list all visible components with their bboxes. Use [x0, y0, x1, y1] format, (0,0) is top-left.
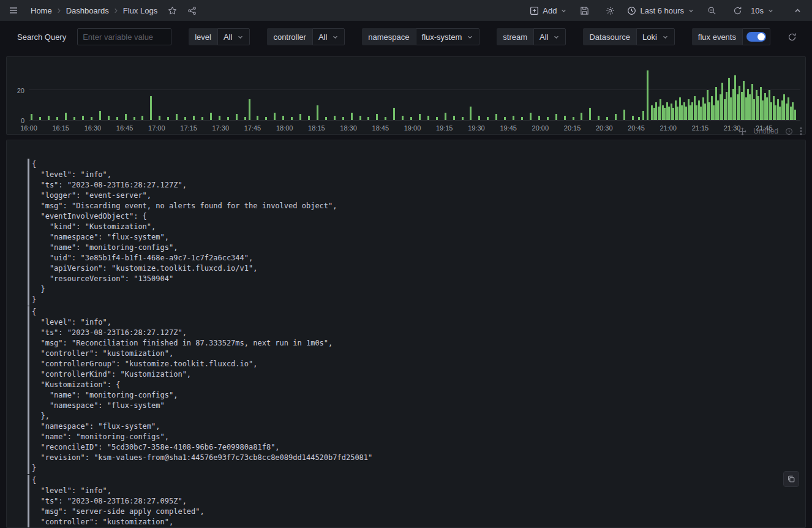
x-axis-tick-label: 16:45 — [116, 124, 133, 132]
chevron-up-icon — [794, 7, 802, 15]
chart-bar — [615, 114, 617, 120]
breadcrumb-current-dashboard[interactable]: Flux Logs — [123, 6, 157, 15]
chevron-down-icon — [560, 7, 567, 14]
x-axis-tick-label: 17:00 — [148, 124, 165, 132]
refresh-dashboard-button[interactable] — [729, 2, 746, 19]
x-axis-tick-label: 17:30 — [212, 124, 229, 132]
x-axis-tick-label: 16:00 — [20, 124, 37, 132]
hamburger-icon — [9, 6, 18, 15]
log-row[interactable]: { "level": "info", "ts": "2023-08-23T16:… — [28, 475, 791, 528]
copy-log-line-button[interactable] — [783, 471, 799, 487]
datasource-dropdown[interactable]: Loki — [636, 28, 675, 45]
chevron-right-icon — [113, 7, 119, 14]
log-line: "msg": "Reconciliation finished in 87.33… — [32, 338, 791, 349]
save-dashboard-button[interactable] — [576, 2, 593, 19]
x-axis-tick-label: 19:00 — [404, 124, 421, 132]
chart-bar — [274, 113, 276, 120]
namespace-dropdown[interactable]: flux-system — [416, 28, 480, 45]
log-line: "uid": "3e85b1f4-b1f1-468e-a9c7-1c7f2a6c… — [32, 253, 791, 263]
log-line: } — [32, 284, 791, 295]
breadcrumb-dashboards[interactable]: Dashboards — [66, 6, 109, 15]
chart-bar — [342, 117, 344, 120]
chart-bar — [48, 116, 50, 120]
chart-x-axis: 16:0016:1516:3016:4517:0017:1517:3017:45… — [29, 121, 800, 133]
zoom-out-icon — [707, 6, 716, 15]
log-line: "level": "info", — [32, 317, 791, 328]
chevron-down-icon — [553, 34, 560, 40]
x-axis-tick-label: 21:00 — [660, 124, 677, 132]
level-dropdown[interactable]: All — [217, 28, 250, 45]
chevron-down-icon — [467, 34, 473, 40]
panel-time-info-icon[interactable] — [785, 127, 793, 135]
chart-bar — [513, 116, 514, 120]
chart-bar — [91, 117, 92, 120]
drag-panel-icon[interactable] — [739, 127, 746, 135]
chart-bar — [193, 116, 195, 120]
breadcrumb-home[interactable]: Home — [31, 6, 52, 15]
refresh-interval-picker[interactable]: 10s — [751, 2, 774, 19]
chart-bar — [210, 113, 212, 120]
chevron-down-icon — [767, 7, 774, 14]
namespace-value: flux-system — [422, 32, 462, 42]
chart-bar — [73, 117, 75, 120]
clock-icon — [627, 6, 636, 15]
search-query-input[interactable] — [77, 28, 171, 45]
controller-dropdown[interactable]: All — [312, 28, 345, 45]
menu-toggle-button[interactable] — [5, 2, 22, 19]
log-line: "ts": "2023-08-23T16:28:27.127Z", — [32, 328, 791, 338]
collapse-toolbar-button[interactable] — [789, 2, 806, 19]
chart-bar — [99, 111, 101, 120]
stream-label: stream — [497, 28, 533, 45]
refresh-variables-button[interactable] — [784, 28, 801, 45]
controller-label: controller — [267, 28, 312, 45]
dashboard-settings-button[interactable] — [601, 2, 618, 19]
chart-bar — [351, 113, 353, 120]
time-range-label: Last 6 hours — [640, 6, 684, 15]
chart-bar — [555, 114, 557, 120]
log-row[interactable]: { "level": "info", "ts": "2023-08-23T16:… — [28, 159, 791, 306]
top-navigation-bar: Home Dashboards Flux Logs Add — [0, 0, 812, 21]
chart-bar — [334, 116, 336, 120]
chart-bar — [31, 114, 32, 120]
chart-bar — [638, 117, 640, 120]
log-line: "logger": "event-server", — [32, 190, 791, 201]
x-axis-tick-label: 18:45 — [372, 124, 389, 132]
time-range-picker[interactable]: Last 6 hours — [627, 2, 694, 19]
chart-bar — [564, 116, 566, 120]
log-line: "name": "monitoring-configs", — [32, 432, 791, 442]
stream-value: All — [539, 32, 548, 42]
chart-bar — [623, 110, 625, 120]
chart-bar — [227, 117, 229, 120]
add-panel-button[interactable]: Add — [530, 2, 567, 19]
zoom-out-time-button[interactable] — [703, 2, 720, 19]
log-volume-panel: 020 16:0016:1516:3016:4517:0017:1517:301… — [6, 56, 806, 135]
save-icon — [580, 6, 589, 15]
favorite-dashboard-button[interactable] — [164, 2, 181, 19]
x-axis-tick-label: 20:45 — [628, 124, 645, 132]
y-axis-tick-label: 20 — [17, 87, 24, 94]
chart-bar — [108, 116, 110, 120]
chart-bar — [56, 117, 58, 120]
stream-dropdown[interactable]: All — [533, 28, 566, 45]
share-dashboard-button[interactable] — [183, 2, 200, 19]
log-line: "ts": "2023-08-23T16:28:27.127Z", — [32, 180, 791, 190]
x-axis-tick-label: 20:30 — [596, 124, 613, 132]
log-line: "apiVersion": "kustomize.toolkit.fluxcd.… — [32, 263, 791, 274]
x-axis-tick-label: 18:15 — [308, 124, 325, 132]
log-row[interactable]: { "level": "info", "ts": "2023-08-23T16:… — [28, 306, 791, 474]
chart-bar — [478, 116, 480, 120]
chart-bar — [538, 116, 540, 120]
log-line: { — [32, 307, 791, 317]
datasource-variable: Datasource Loki — [583, 28, 674, 45]
flux-events-toggle[interactable] — [746, 32, 766, 42]
flux-events-label: flux events — [692, 28, 742, 45]
log-line: "eventInvolvedObject": { — [32, 211, 791, 222]
chart-plot[interactable] — [29, 63, 800, 121]
chart-bar — [141, 116, 143, 120]
log-line: } — [32, 295, 791, 305]
log-line: "controllerKind": "Kustomization", — [32, 369, 791, 380]
stream-variable: stream All — [497, 28, 566, 45]
panel-menu-button[interactable] — [800, 127, 802, 135]
chart-bar — [317, 105, 318, 120]
chart-bar — [125, 114, 127, 120]
